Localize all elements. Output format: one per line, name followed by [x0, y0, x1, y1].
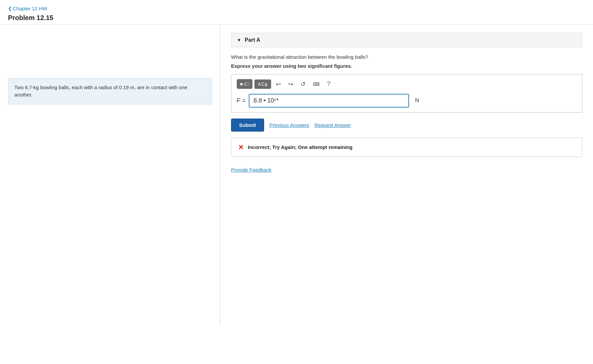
greek-label: ΑΣφ	[258, 81, 268, 87]
f-equals-label: F =	[237, 97, 245, 104]
sqrt-icon: √□	[243, 81, 249, 87]
feedback-box: ✕ Incorrect; Try Again; One attempt rema…	[231, 138, 582, 157]
reset-button[interactable]: ↺	[298, 79, 308, 89]
back-link[interactable]: ❮ Chapter 12 HW	[8, 6, 47, 11]
collapse-triangle-icon[interactable]: ▼	[237, 37, 241, 43]
help-button[interactable]: ?	[324, 79, 333, 89]
part-header: ▼ Part A	[231, 33, 582, 47]
submit-button[interactable]: Submit	[231, 119, 264, 132]
input-row: F = N	[237, 94, 577, 108]
undo-button[interactable]: ↩	[273, 79, 283, 89]
redo-button[interactable]: ↪	[285, 79, 296, 89]
right-panel: ▼ Part A What is the gravitational attra…	[220, 25, 593, 325]
page-container: ❮ Chapter 12 HW Problem 12.15 Two 6.7-kg…	[0, 0, 593, 364]
answer-input[interactable]	[249, 94, 409, 108]
unit-label: N	[415, 98, 419, 104]
greek-symbols-button[interactable]: ΑΣφ	[254, 79, 271, 89]
keyboard-button[interactable]: ⌨	[310, 80, 322, 88]
previous-answers-button[interactable]: Previous Answers	[269, 122, 309, 128]
math-template-button[interactable]: ■ √□	[237, 79, 252, 89]
error-icon: ✕	[238, 143, 244, 151]
left-panel: Two 6.7-kg bowling balls, each with a ra…	[0, 25, 220, 325]
top-header: ❮ Chapter 12 HW Problem 12.15	[0, 0, 593, 25]
reset-icon: ↺	[301, 81, 306, 87]
main-layout: Two 6.7-kg bowling balls, each with a ra…	[0, 25, 593, 325]
undo-icon: ↩	[276, 81, 281, 87]
provide-feedback-button[interactable]: Provide Feedback	[231, 167, 271, 173]
part-label: Part A	[245, 37, 260, 43]
help-icon: ?	[327, 80, 330, 87]
instruction-text: Express your answer using two significan…	[231, 63, 582, 69]
redo-icon: ↪	[288, 81, 293, 87]
question-text: What is the gravitational attraction bet…	[231, 54, 582, 60]
answer-box: ■ √□ ΑΣφ ↩ ↪ ↺ ⌨	[231, 74, 582, 113]
feedback-message: Incorrect; Try Again; One attempt remain…	[248, 144, 353, 150]
back-chevron-icon: ❮	[8, 6, 12, 11]
square-icon: ■	[240, 81, 243, 86]
back-link-label: Chapter 12 HW	[13, 6, 47, 11]
math-toolbar: ■ √□ ΑΣφ ↩ ↪ ↺ ⌨	[237, 79, 577, 89]
problem-statement: Two 6.7-kg bowling balls, each with a ra…	[8, 78, 212, 105]
problem-title: Problem 12.15	[8, 14, 585, 22]
actions-row: Submit Previous Answers Request Answer	[231, 119, 582, 132]
request-answer-button[interactable]: Request Answer	[315, 122, 351, 128]
keyboard-icon: ⌨	[313, 81, 320, 87]
